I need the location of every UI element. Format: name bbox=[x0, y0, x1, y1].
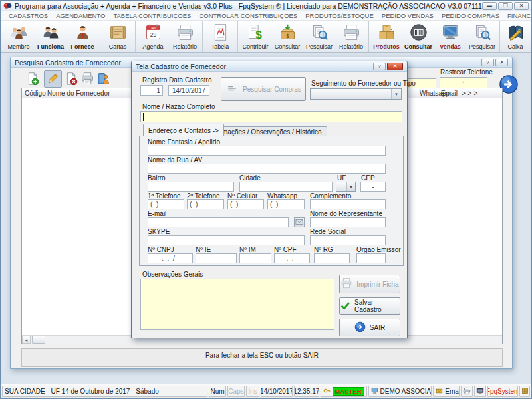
svg-text:29: 29 bbox=[150, 31, 156, 38]
toolbar-button-agenda[interactable]: JAN29 Agenda bbox=[137, 21, 169, 51]
close-button[interactable]: ✕ bbox=[514, 2, 529, 10]
toolbar-button-membro[interactable]: Membro bbox=[3, 21, 35, 51]
toolbar-button-contribuir[interactable]: $ Contribuir bbox=[239, 21, 271, 51]
toolbar-button-funciona[interactable]: Funciona bbox=[35, 21, 66, 51]
data-cadastro-field[interactable] bbox=[168, 85, 209, 96]
salvar-cadastro-button[interactable]: Salvar Cadastro bbox=[339, 297, 400, 315]
svg-text:$: $ bbox=[286, 33, 289, 39]
toolbar-button-receber[interactable]: $ Receber bbox=[529, 21, 532, 51]
im-field[interactable] bbox=[239, 253, 271, 263]
check-icon bbox=[340, 300, 350, 312]
print-list-button[interactable] bbox=[80, 70, 95, 88]
pesquisar-compras-button[interactable]: Pesquisar Compras bbox=[221, 77, 306, 101]
scrollbar-thumb[interactable] bbox=[32, 336, 45, 344]
menu-bar: CADASTROS AGENDAMENTO TABELA CONTRIBUIÇÕ… bbox=[1, 11, 531, 21]
computer-icon bbox=[371, 387, 378, 396]
complemento-field[interactable] bbox=[310, 200, 386, 209]
pencil-icon bbox=[46, 72, 60, 87]
send-email-button[interactable] bbox=[294, 217, 305, 227]
status-monitor-button[interactable] bbox=[474, 386, 486, 397]
representante-field[interactable] bbox=[310, 217, 386, 227]
edit-record-button[interactable] bbox=[44, 70, 62, 88]
dialog-close-button[interactable]: ✕ bbox=[387, 63, 403, 70]
toolbar-button-fornece[interactable]: Fornece bbox=[66, 21, 98, 51]
telefone1-field[interactable] bbox=[148, 200, 184, 209]
ie-field[interactable] bbox=[196, 253, 237, 263]
rede-social-field[interactable] bbox=[310, 235, 386, 245]
toolbar-button-tabela[interactable]: Tabela bbox=[204, 21, 236, 51]
email-field[interactable] bbox=[148, 217, 289, 227]
orgao-emissor-field[interactable] bbox=[356, 253, 386, 263]
rua-field[interactable] bbox=[148, 164, 386, 174]
status-email-button[interactable]: Email bbox=[433, 386, 460, 397]
sair-button[interactable]: SAIR bbox=[339, 319, 400, 336]
minimize-button[interactable]: ▬ bbox=[482, 2, 497, 10]
status-caps-lock: Caps bbox=[227, 386, 245, 397]
cnpj-label: Nº CNPJ bbox=[148, 247, 174, 253]
toolbar-button-consultar-contrib[interactable]: $ Consultar bbox=[271, 21, 303, 51]
menu-produtos-estoque[interactable]: PRODUTOS/ESTOQUE bbox=[301, 12, 378, 19]
key-icon bbox=[323, 387, 331, 396]
boxes-icon bbox=[377, 23, 396, 43]
rastrear-telefone-field[interactable]: - bbox=[440, 77, 487, 88]
menu-financeiro[interactable]: FINANCEIRO bbox=[503, 12, 532, 19]
column-nome[interactable]: Nome do Fornecedor bbox=[47, 90, 110, 97]
add-record-button[interactable] bbox=[24, 70, 42, 88]
toolbar-button-pesquisar-vendas[interactable]: Pesquisar bbox=[466, 21, 498, 51]
dialog-help-button[interactable]: ? bbox=[373, 63, 386, 70]
printer-icon bbox=[176, 23, 195, 43]
menu-pedido-vendas[interactable]: PEDIDO VENDAS bbox=[378, 12, 438, 19]
toolbar-button-caixa[interactable]: $ Caixa bbox=[501, 21, 529, 51]
status-user-level: MASTER bbox=[321, 386, 367, 397]
uf-label: UF bbox=[337, 175, 346, 182]
app-titlebar[interactable]: Programa para Associação + Agenda + Fina… bbox=[1, 1, 531, 11]
observacoes-textarea[interactable] bbox=[140, 279, 334, 330]
menu-cadastros[interactable]: CADASTROS bbox=[5, 12, 52, 19]
cidade-field[interactable] bbox=[239, 182, 332, 192]
skype-label: SKYPE bbox=[148, 229, 170, 235]
celular-field[interactable] bbox=[227, 200, 264, 209]
telefone2-label: 2ª Telefone bbox=[187, 193, 220, 200]
uf-dropdown[interactable]: ▼ bbox=[336, 182, 356, 192]
toolbar-button-relatorio-contrib[interactable]: Relatório bbox=[335, 21, 367, 51]
whatsapp-field[interactable] bbox=[267, 200, 305, 209]
search-window-help-button[interactable]: ? bbox=[481, 59, 494, 66]
toolbar-button-consultar-produto[interactable]: Consultar bbox=[402, 21, 434, 51]
cep-field[interactable] bbox=[360, 182, 386, 192]
toolbar-button-cartas[interactable]: Cartas bbox=[102, 21, 134, 51]
menu-tabela-contribuicoes[interactable]: TABELA CONTRIBUIÇÕES bbox=[109, 12, 195, 19]
rg-field[interactable] bbox=[314, 253, 350, 263]
tab-endereco-contatos[interactable]: Endereço e Contatos -> bbox=[143, 124, 224, 136]
skype-field[interactable] bbox=[148, 235, 305, 245]
exit-window-button[interactable] bbox=[95, 70, 112, 88]
column-codigo[interactable]: Código bbox=[25, 90, 46, 97]
toolbar-button-relatorio-agenda[interactable]: Relatório bbox=[169, 21, 201, 51]
status-num-lock: Num bbox=[209, 386, 226, 397]
bairro-field[interactable] bbox=[148, 182, 234, 192]
cpf-field[interactable] bbox=[274, 253, 310, 263]
seguimento-dropdown[interactable]: ▼ bbox=[310, 88, 402, 100]
status-grid-button[interactable] bbox=[519, 386, 530, 397]
toolbar-button-vendas[interactable]: Vendas bbox=[434, 21, 466, 51]
registro-field[interactable] bbox=[140, 85, 163, 96]
imprimir-ficha-button[interactable]: Imprimir Ficha bbox=[339, 275, 400, 293]
telefone1-label: 1ª Telefone bbox=[148, 193, 181, 200]
search-window-close-button[interactable]: ✕ bbox=[495, 59, 508, 66]
scroll-left-arrow[interactable]: ◂ bbox=[22, 336, 31, 344]
column-email[interactable]: Email ->->-> bbox=[441, 90, 477, 97]
nome-fantasia-field[interactable] bbox=[148, 146, 386, 156]
status-bar: SUA CIDADE - UF 14 de Outubro de 2017 - … bbox=[1, 384, 531, 398]
menu-controlar-contribuicoes[interactable]: CONTROLAR CONSTRIBUIÇÕES bbox=[195, 12, 301, 19]
menu-pedido-compras[interactable]: PEDIDO COMPRAS bbox=[438, 12, 503, 19]
maximize-button[interactable]: ❐ bbox=[498, 2, 513, 10]
toolbar-button-pesquisar-contrib[interactable]: Pesquisar bbox=[303, 21, 335, 51]
delete-record-button[interactable] bbox=[64, 70, 79, 88]
toolbar-button-produtos[interactable]: Produtos bbox=[370, 21, 402, 51]
status-printer-button[interactable] bbox=[461, 386, 473, 397]
supplier-dialog-titlebar[interactable]: Tela Cadastro de Fornecedor ? ✕ bbox=[132, 61, 407, 72]
printer-icon bbox=[342, 23, 361, 43]
nome-razao-field[interactable] bbox=[140, 111, 402, 122]
cnpj-field[interactable] bbox=[148, 253, 193, 263]
telefone2-field[interactable] bbox=[187, 200, 224, 209]
menu-agendamento[interactable]: AGENDAMENTO bbox=[52, 12, 109, 19]
